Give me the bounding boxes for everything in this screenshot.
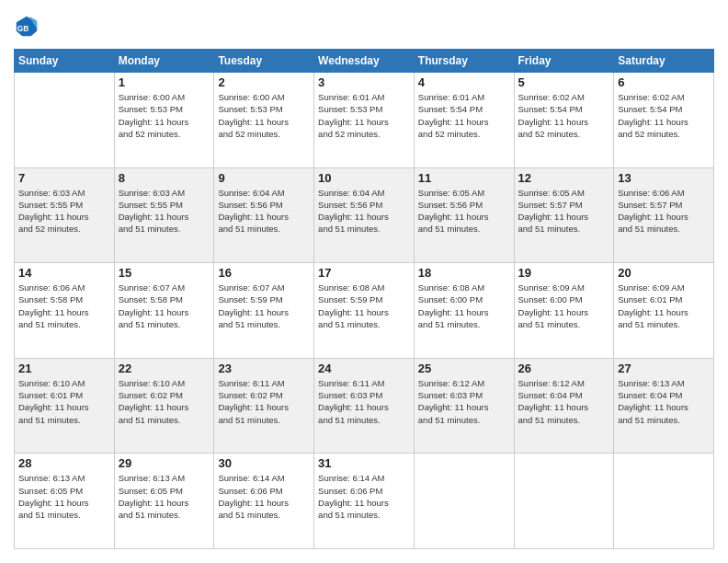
- calendar-cell: [414, 454, 514, 549]
- calendar-cell: 25Sunrise: 6:12 AM Sunset: 6:03 PM Dayli…: [414, 358, 514, 454]
- day-number: 11: [418, 171, 510, 185]
- day-number: 16: [218, 266, 310, 280]
- day-info: Sunrise: 6:01 AM Sunset: 5:54 PM Dayligh…: [418, 91, 510, 140]
- day-info: Sunrise: 6:02 AM Sunset: 5:54 PM Dayligh…: [618, 91, 710, 140]
- header: GB: [14, 14, 714, 40]
- calendar-cell: 16Sunrise: 6:07 AM Sunset: 5:59 PM Dayli…: [214, 263, 314, 359]
- calendar-header: SundayMondayTuesdayWednesdayThursdayFrid…: [15, 50, 714, 73]
- day-number: 12: [518, 171, 610, 185]
- calendar-cell: 4Sunrise: 6:01 AM Sunset: 5:54 PM Daylig…: [414, 73, 514, 168]
- day-number: 25: [418, 362, 510, 375]
- calendar-cell: 8Sunrise: 6:03 AM Sunset: 5:55 PM Daylig…: [114, 167, 214, 263]
- calendar-cell: 1Sunrise: 6:00 AM Sunset: 5:53 PM Daylig…: [114, 73, 214, 168]
- calendar-week-row: 14Sunrise: 6:06 AM Sunset: 5:58 PM Dayli…: [15, 263, 714, 359]
- calendar-cell: 19Sunrise: 6:09 AM Sunset: 6:00 PM Dayli…: [514, 263, 614, 359]
- day-info: Sunrise: 6:10 AM Sunset: 6:02 PM Dayligh…: [119, 377, 210, 426]
- calendar-cell: 5Sunrise: 6:02 AM Sunset: 5:54 PM Daylig…: [514, 73, 614, 168]
- day-info: Sunrise: 6:09 AM Sunset: 6:01 PM Dayligh…: [618, 282, 710, 330]
- calendar-day-header: Wednesday: [314, 50, 415, 73]
- calendar-day-header: Saturday: [614, 50, 714, 73]
- calendar-table: SundayMondayTuesdayWednesdayThursdayFrid…: [14, 49, 714, 549]
- calendar-cell: 24Sunrise: 6:11 AM Sunset: 6:03 PM Dayli…: [314, 358, 415, 454]
- day-number: 14: [18, 266, 110, 280]
- day-info: Sunrise: 6:01 AM Sunset: 5:53 PM Dayligh…: [318, 91, 410, 140]
- day-info: Sunrise: 6:13 AM Sunset: 6:04 PM Dayligh…: [618, 377, 710, 426]
- day-info: Sunrise: 6:00 AM Sunset: 5:53 PM Dayligh…: [218, 91, 310, 140]
- calendar-cell: 27Sunrise: 6:13 AM Sunset: 6:04 PM Dayli…: [614, 358, 714, 454]
- logo: GB: [14, 14, 41, 40]
- logo-icon: GB: [14, 14, 40, 40]
- calendar-cell: 13Sunrise: 6:06 AM Sunset: 5:57 PM Dayli…: [614, 167, 714, 263]
- calendar-week-row: 21Sunrise: 6:10 AM Sunset: 6:01 PM Dayli…: [15, 358, 714, 454]
- day-number: 28: [18, 456, 110, 470]
- day-info: Sunrise: 6:13 AM Sunset: 6:05 PM Dayligh…: [18, 472, 110, 521]
- calendar-cell: 22Sunrise: 6:10 AM Sunset: 6:02 PM Dayli…: [114, 358, 214, 454]
- day-number: 20: [618, 266, 710, 280]
- calendar-cell: 3Sunrise: 6:01 AM Sunset: 5:53 PM Daylig…: [314, 73, 415, 168]
- day-info: Sunrise: 6:11 AM Sunset: 6:03 PM Dayligh…: [318, 377, 410, 426]
- day-number: 5: [518, 75, 610, 89]
- calendar-day-header: Sunday: [15, 50, 115, 73]
- day-number: 7: [18, 171, 110, 185]
- day-number: 17: [318, 266, 410, 280]
- day-number: 30: [218, 456, 310, 470]
- day-number: 27: [618, 362, 710, 375]
- page: GB SundayMondayTuesdayWednesdayThursdayF…: [0, 0, 728, 563]
- day-number: 18: [418, 266, 510, 280]
- calendar-week-row: 7Sunrise: 6:03 AM Sunset: 5:55 PM Daylig…: [15, 167, 714, 263]
- calendar-day-header: Thursday: [414, 50, 514, 73]
- day-info: Sunrise: 6:11 AM Sunset: 6:02 PM Dayligh…: [218, 377, 310, 426]
- calendar-cell: 2Sunrise: 6:00 AM Sunset: 5:53 PM Daylig…: [214, 73, 314, 168]
- calendar-cell: 14Sunrise: 6:06 AM Sunset: 5:58 PM Dayli…: [15, 263, 115, 359]
- calendar-cell: 30Sunrise: 6:14 AM Sunset: 6:06 PM Dayli…: [214, 454, 314, 549]
- day-info: Sunrise: 6:13 AM Sunset: 6:05 PM Dayligh…: [119, 472, 210, 521]
- calendar-cell: 9Sunrise: 6:04 AM Sunset: 5:56 PM Daylig…: [214, 167, 314, 263]
- day-number: 1: [119, 75, 210, 89]
- day-number: 6: [618, 75, 710, 89]
- day-info: Sunrise: 6:03 AM Sunset: 5:55 PM Dayligh…: [119, 187, 210, 236]
- day-info: Sunrise: 6:06 AM Sunset: 5:58 PM Dayligh…: [18, 282, 110, 330]
- day-number: 31: [318, 456, 410, 470]
- calendar-body: 1Sunrise: 6:00 AM Sunset: 5:53 PM Daylig…: [15, 73, 714, 549]
- calendar-cell: 7Sunrise: 6:03 AM Sunset: 5:55 PM Daylig…: [15, 167, 115, 263]
- day-number: 13: [618, 171, 710, 185]
- calendar-cell: 6Sunrise: 6:02 AM Sunset: 5:54 PM Daylig…: [614, 73, 714, 168]
- day-info: Sunrise: 6:08 AM Sunset: 5:59 PM Dayligh…: [318, 282, 410, 330]
- calendar-cell: 10Sunrise: 6:04 AM Sunset: 5:56 PM Dayli…: [314, 167, 415, 263]
- calendar-day-header: Friday: [514, 50, 614, 73]
- calendar-week-row: 1Sunrise: 6:00 AM Sunset: 5:53 PM Daylig…: [15, 73, 714, 168]
- calendar-cell: [614, 454, 714, 549]
- calendar-cell: 31Sunrise: 6:14 AM Sunset: 6:06 PM Dayli…: [314, 454, 415, 549]
- calendar-cell: 20Sunrise: 6:09 AM Sunset: 6:01 PM Dayli…: [614, 263, 714, 359]
- day-info: Sunrise: 6:04 AM Sunset: 5:56 PM Dayligh…: [318, 187, 410, 236]
- day-info: Sunrise: 6:03 AM Sunset: 5:55 PM Dayligh…: [18, 187, 110, 236]
- calendar-cell: [15, 73, 115, 168]
- calendar-cell: 29Sunrise: 6:13 AM Sunset: 6:05 PM Dayli…: [114, 454, 214, 549]
- calendar-cell: 23Sunrise: 6:11 AM Sunset: 6:02 PM Dayli…: [214, 358, 314, 454]
- calendar-day-header: Monday: [114, 50, 214, 73]
- day-number: 3: [318, 75, 410, 89]
- calendar-cell: 11Sunrise: 6:05 AM Sunset: 5:56 PM Dayli…: [414, 167, 514, 263]
- day-number: 8: [119, 171, 210, 185]
- day-info: Sunrise: 6:05 AM Sunset: 5:56 PM Dayligh…: [418, 187, 510, 236]
- calendar-cell: 18Sunrise: 6:08 AM Sunset: 6:00 PM Dayli…: [414, 263, 514, 359]
- day-number: 23: [218, 362, 310, 375]
- calendar-cell: 15Sunrise: 6:07 AM Sunset: 5:58 PM Dayli…: [114, 263, 214, 359]
- calendar-cell: [514, 454, 614, 549]
- day-info: Sunrise: 6:07 AM Sunset: 5:58 PM Dayligh…: [119, 282, 210, 330]
- day-number: 9: [218, 171, 310, 185]
- calendar-week-row: 28Sunrise: 6:13 AM Sunset: 6:05 PM Dayli…: [15, 454, 714, 549]
- day-number: 21: [18, 362, 110, 375]
- day-info: Sunrise: 6:05 AM Sunset: 5:57 PM Dayligh…: [518, 187, 610, 236]
- svg-text:GB: GB: [17, 24, 29, 33]
- day-number: 4: [418, 75, 510, 89]
- calendar-cell: 28Sunrise: 6:13 AM Sunset: 6:05 PM Dayli…: [15, 454, 115, 549]
- day-info: Sunrise: 6:06 AM Sunset: 5:57 PM Dayligh…: [618, 187, 710, 236]
- header-row: SundayMondayTuesdayWednesdayThursdayFrid…: [15, 50, 714, 73]
- day-number: 19: [518, 266, 610, 280]
- day-number: 26: [518, 362, 610, 375]
- day-info: Sunrise: 6:10 AM Sunset: 6:01 PM Dayligh…: [18, 377, 110, 426]
- day-number: 10: [318, 171, 410, 185]
- calendar-cell: 26Sunrise: 6:12 AM Sunset: 6:04 PM Dayli…: [514, 358, 614, 454]
- day-info: Sunrise: 6:14 AM Sunset: 6:06 PM Dayligh…: [318, 472, 410, 521]
